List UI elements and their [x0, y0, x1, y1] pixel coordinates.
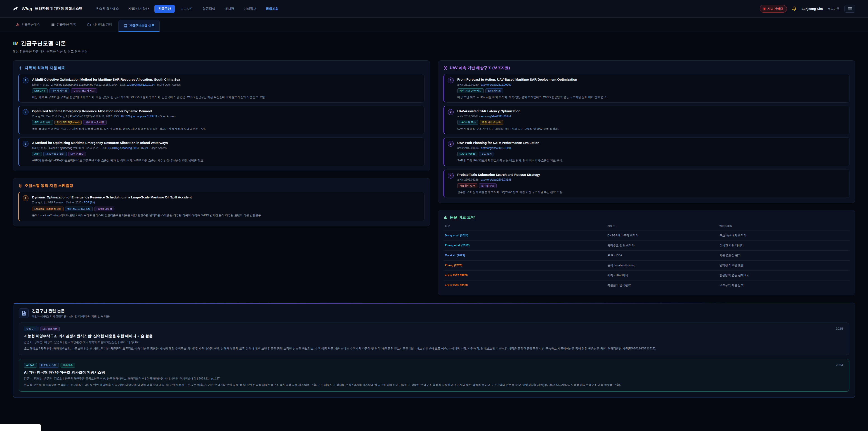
paper-link[interactable]: arxiv.org/abs/2512.09260 — [481, 83, 512, 86]
paper-description: SAR 임무용 UAV 경로계획 알고리즘 성능 비교 평가. 탐색 커버리지·… — [457, 158, 845, 162]
paper-tag: 동적 수요 모델 — [32, 120, 53, 125]
paper-meta: Ma, Q. et al. | Ocean Engineering Vol.28… — [32, 147, 420, 150]
paper-description: UAV 지원 해상 구조 지연 시간 최적화. 통신·처리 지연 모델링 및 U… — [457, 127, 845, 131]
nav-item[interactable]: 기상정보 — [240, 5, 260, 13]
paper-link[interactable]: 10.3390/jmse12010184 — [126, 83, 155, 86]
paper-meta-text: Dong, Y. et al. | — [32, 83, 51, 86]
paper-tag: DEA 효율성 평가 — [43, 152, 67, 156]
paper-card: 1Dynamic Optimization of Emergency Resou… — [18, 192, 425, 221]
comparison-paper-link[interactable]: arXiv:2512.09260 — [445, 274, 608, 277]
tab-label: 긴급구난모델 이론 — [129, 24, 155, 28]
paper-meta-text: 12(12):e0189411, 2017 · DOI: — [83, 115, 121, 118]
nav-item[interactable]: 긴급구난 — [154, 5, 175, 13]
incident-status-label: 사고 진행중 — [767, 7, 783, 11]
panel-multiobjective: 다목적 최적화 자원 배치 1A Multi-Objective Optimiz… — [13, 60, 430, 171]
left-column: 다목적 최적화 자원 배치 1A Multi-Objective Optimiz… — [13, 60, 430, 226]
paper-tag: 성능 평가 — [479, 152, 494, 156]
nav-item[interactable]: 게시판 — [221, 5, 238, 13]
scenario-icon — [87, 23, 91, 26]
wing-logo-icon — [13, 6, 19, 12]
paper-tags: UAV 경로계획성능 평가 — [457, 152, 845, 156]
comparison-keyword: AHP + DEA — [608, 254, 719, 257]
paper-link[interactable]: 10.1371/journal.pone.0189411 — [121, 115, 157, 118]
nav-item[interactable]: 통합조회 — [262, 5, 282, 13]
paper-link[interactable]: arxiv.org/abs/2402.01494 — [481, 147, 512, 150]
list-icon — [51, 23, 55, 26]
nav-item[interactable]: 항공탐색 — [199, 5, 219, 13]
tab-active[interactable]: 긴급구난모델 이론 — [119, 20, 160, 32]
paper-meta: Dong, Y. et al. | J. Marine Science and … — [32, 83, 420, 86]
paper-journal: Ocean Engineering — [49, 147, 72, 150]
document-icon — [19, 308, 29, 318]
incident-status-badge[interactable]: 사고 진행중 — [760, 5, 787, 13]
status-dot — [764, 8, 765, 10]
comparison-column-header: 논문 — [445, 224, 608, 228]
nav-item[interactable]: 유출유 확산예측 — [92, 5, 123, 13]
paper-link[interactable]: arxiv.org/abs/2505.03188 — [481, 178, 512, 181]
comparison-paper-link[interactable]: Zhang (2020) — [445, 264, 608, 267]
paper-year: 2025 — [836, 327, 843, 331]
comparison-paper-link[interactable]: Dong et al. (2024) — [445, 234, 608, 237]
panel-related-papers: 긴급구난 관련 논문 해양수색구조 의사결정지원 · 실시간 데이터·AI 기반… — [13, 303, 855, 398]
paper-description: AHP(계층분석법)+DEA(자료포락분석)로 긴급구난 자원 효율성 평가 및… — [32, 158, 420, 162]
comparison-keyword: 동적수요·강건 최적화 — [608, 244, 719, 247]
comparison-wing-use: 구조구역 확률 탐색 — [719, 283, 848, 287]
books-icon — [13, 41, 18, 46]
paper-link[interactable]: arxiv.org/abs/2511.00844 — [481, 115, 511, 118]
main-nav: 유출유 확산예측HNS·대기확산긴급구난보고자료항공탐색게시판기상정보통합조회 — [92, 5, 282, 13]
paper-meta: Zhang, W., Yan, X. & Yang, J. | PLoS ONE… — [32, 115, 420, 118]
paper-link[interactable]: PDF 공개 — [84, 201, 95, 204]
paper-link[interactable]: 10.1016/j.oceaneng.2023.116224 — [108, 147, 148, 150]
paper-tags: 수색구조의사결정지원 — [24, 327, 815, 331]
app-title: 해양환경 위기대응 통합시스템 — [35, 6, 83, 11]
paper-title: UAV Path Planning for SAR: Performance E… — [457, 141, 845, 145]
section-title: 오일스필 동적 자원 스케줄링 — [25, 183, 73, 188]
paper-authors: 김종기, 정혜성, 윤종휘, 김효철 | 한국환경연구원 물국토연구본부, 한국… — [24, 377, 815, 380]
paper-meta: arXiv:2511.00844 · arxiv.org/abs/2511.00… — [457, 115, 845, 118]
comparison-paper-link[interactable]: Ma et al. (2023) — [445, 254, 608, 257]
paper-tag: 확률론적 탐색 — [457, 183, 477, 188]
notifications-button[interactable] — [792, 6, 797, 11]
paper-description: 동적·불확실 수요 반영 긴급구난 자원 배치 다목적 최적화. 실시간 최적화… — [32, 127, 420, 131]
paper-meta: arXiv:2512.09260 · arxiv.org/abs/2512.09… — [457, 83, 845, 86]
paper-number-badge: 2 — [448, 109, 454, 115]
comparison-paper-link[interactable]: arXiv:2505.03188 — [445, 284, 608, 287]
drone-icon — [443, 66, 447, 70]
tab-item[interactable]: 긴급구난 목록 — [46, 18, 81, 32]
section-title: 논문 비교 요약 — [450, 215, 475, 220]
nav-item[interactable]: 보고자료 — [177, 5, 197, 13]
logout-link[interactable]: 로그아웃 — [828, 7, 839, 11]
related-paper-card: 2024AI·SAR한국형 시스템표류예측AI 기반 한국형 해양수색구조 의사… — [19, 359, 849, 392]
paper-description: 동적 Location-Routing 최적화 모델 + 하이브리드 휴리스틱 … — [32, 213, 420, 217]
paper-card: 2Optimized Maritime Emergency Resource A… — [18, 106, 425, 134]
tab-label: 시나리오 관리 — [93, 23, 112, 27]
section-header-multiobjective: 다목적 최적화 자원 배치 — [18, 65, 425, 70]
link-preview-bubble — [0, 424, 41, 431]
book-icon — [124, 24, 127, 28]
paper-card: 3UAV Path Planning for SAR: Performance … — [443, 137, 850, 166]
paper-number-badge: 2 — [23, 109, 29, 115]
section-header-uav: UAV·예측 기반 해상구조 (보조자료) — [443, 65, 850, 70]
paper-tag: DNSGA-II — [32, 88, 48, 93]
page-title: 긴급구난모델 이론 — [21, 40, 66, 47]
nav-item[interactable]: HNS·대기확산 — [125, 5, 153, 13]
app-logo[interactable]: Wing 해양환경 위기대응 통합시스템 — [13, 6, 83, 12]
paper-meta: arXiv:2402.01494 · arxiv.org/abs/2402.01… — [457, 147, 845, 150]
paper-title: 지능형 해양수색구조 의사결정지원시스템: 신속한 대응을 위한 데이터 기술 … — [24, 334, 815, 339]
tab-item[interactable]: 긴급구난예측 — [11, 18, 45, 32]
paper-tags: Location-Routing 최적화하이브리드 휴리스틱Pareto 다목적 — [32, 207, 420, 211]
related-paper-card: 2025수색구조의사결정지원지능형 해양수색구조 의사결정지원시스템: 신속한 … — [19, 322, 849, 355]
comparison-row: Zhang et al. (2017)동적수요·강건 최적화실시간 자원 재배치 — [443, 241, 850, 251]
menu-button[interactable] — [844, 5, 855, 13]
related-title: 긴급구난 관련 논문 — [32, 308, 110, 313]
paper-tag: 응답 지연 최소화 — [480, 120, 503, 125]
related-paper-list: 2025수색구조의사결정지원지능형 해양수색구조 의사결정지원시스템: 신속한 … — [19, 322, 849, 392]
comparison-paper-link[interactable]: Zhang et al. (2017) — [445, 244, 608, 247]
comparison-keyword: DNSGA-II 다목적 최적화 — [608, 234, 719, 238]
comparison-column-header: WING 활용 — [719, 224, 848, 228]
paper-title: AI 기반 한국형 해양수색구조 의사결정 지원시스템 — [24, 370, 815, 375]
paper-tag: SAR 최적화 — [485, 88, 503, 93]
tab-item[interactable]: 시나리오 관리 — [82, 18, 117, 32]
paper-meta: Zhang, L. | LJMU Research Online, 2020 ·… — [32, 201, 420, 205]
paper-tag: AI·SAR — [24, 363, 37, 368]
